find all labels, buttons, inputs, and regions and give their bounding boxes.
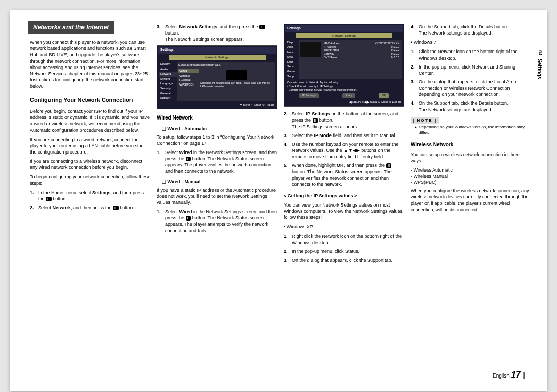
enter-icon: E (386, 163, 392, 168)
step-num: 2. (30, 204, 38, 211)
paragraph: If you are connecting to a wired network… (30, 137, 151, 155)
pipe-icon: | (523, 371, 525, 379)
step-text: Select Wired in the Network Settings scr… (165, 209, 277, 234)
enter-icon: E (113, 206, 119, 210)
paragraph: If you are connecting to a wireless netw… (30, 158, 151, 171)
step-4: 4.On the Support tab, click the Details … (411, 100, 531, 112)
paragraph: You can setup a wireless network connect… (411, 151, 531, 164)
step-3: 3.On the dialog that appears, click the … (284, 257, 404, 263)
paragraph: To begin configuring your network connec… (30, 174, 151, 186)
scr-error-msg: Cannot connect to Network. Try the follo… (285, 80, 403, 92)
step-num: 1. (157, 209, 165, 234)
step-text: Select Wired in the Network Settings scr… (165, 149, 277, 175)
note-box: | NOTE | Depending on your Windows versi… (411, 117, 531, 136)
page-number: 17 (511, 370, 521, 380)
step-5: 5. When done, highlight OK, and then pre… (284, 162, 404, 188)
globe-icon (300, 42, 321, 57)
column-1: Networks and the Internet When you conne… (30, 21, 151, 266)
paragraph: If you have a static IP address or the A… (157, 187, 277, 206)
subheading-wired: Wired Network (157, 114, 277, 122)
step-2: 2. Select Network, and then press the E … (30, 204, 151, 211)
scr-info: MAC AddressXX:XX:XX:XX:XX:XX IP Address0… (299, 40, 402, 79)
step-2: 2. Select IP Settings on the bottom of t… (284, 111, 404, 129)
settings-screenshot-1: Settings Network Settings Display Audio … (157, 45, 277, 109)
bullet-xp: Windows XP (284, 224, 404, 230)
opt-wireless-manual: Wireless Manual (411, 173, 531, 179)
scr-header: Network Settings (169, 55, 266, 60)
column-3: Settings Network Settings Disp Audi Netw… (284, 21, 404, 266)
step-text: Select Network, and then press the E but… (38, 204, 151, 211)
step-2: 2.In the pop-up menu, click Network and … (411, 64, 531, 76)
subheading-ip-values: < Getting the IP Settings values > (284, 193, 404, 199)
enter-icon: E (46, 197, 52, 201)
subheading-wired-manual: ❏ Wired - Manual (162, 179, 277, 185)
step-4: 4.On the Support tab, click the Details … (411, 24, 531, 36)
step-1: 1.Click the Network icon on the bottom r… (411, 48, 531, 61)
scr-bottom-hints: ▼ Move ↵ Enter ↺ Return (158, 102, 276, 108)
section-header: Networks and the Internet (28, 21, 114, 34)
subheading-wireless: Wireless Network (411, 141, 531, 148)
step-3: 3.On the dialog that appears, click the … (411, 79, 531, 97)
enter-icon: E (313, 118, 318, 123)
step-4: 4. Use the number keypad on your remote … (284, 141, 404, 160)
opt-wps-pbc: WPS(PBC) (411, 179, 531, 185)
scr-main: Select a network connection type. Wired … (177, 62, 275, 100)
scr-title: Settings (158, 47, 276, 54)
page-footer: English 17 | (493, 370, 526, 380)
step-1: 1. In the Home menu, select Settings, an… (30, 190, 151, 202)
enter-icon: E (259, 25, 265, 29)
scr-sidebar: Disp Audi Netw Syst Lang Secu Gener Supp (286, 40, 299, 79)
step-2: 2.In the pop-up menu, click Status. (284, 248, 404, 254)
step-text: In the Home menu, select Settings, and t… (38, 190, 151, 202)
column-2: 3. Select Network Settings, and then pre… (157, 21, 277, 266)
section-tab: Settings (537, 59, 543, 79)
step-1: 1.Right click the Network icon on the bo… (284, 233, 404, 246)
scr-title: Settings (285, 25, 403, 32)
step-num: 1. (157, 149, 165, 175)
step-3: 3. Select the IP Mode field, and then se… (284, 132, 404, 139)
scr-bottom-hints: ◀ Previous ◀▶ Move ↵ Enter ↺ Return (285, 99, 403, 105)
bullet-win7: Windows 7 (411, 39, 531, 45)
scr-header: Network Settings (296, 33, 392, 38)
router-icon (226, 70, 247, 80)
opt-wireless-auto: Wireless Automatic (411, 167, 531, 173)
enter-icon: E (186, 157, 191, 161)
step-text: Select Network Settings, and then press … (165, 24, 277, 42)
column-4: 4.On the Support tab, click the Details … (411, 21, 531, 266)
step-1: 1. Select Wired in the Network Settings … (157, 149, 277, 175)
intro-text: When you connect this player to a networ… (30, 39, 151, 89)
paragraph: To setup, follow steps 1 to 3 in "Config… (157, 134, 277, 146)
step-1: 1. Select Wired in the Network Settings … (157, 209, 277, 234)
paragraph: When you configure the wireless network … (411, 188, 531, 213)
step-num: 1. (30, 190, 38, 202)
subheading-config: Configuring Your Network Connection (30, 96, 151, 104)
section-number: 04 (538, 50, 543, 55)
step-3: 3. Select Network Settings, and then pre… (157, 24, 277, 42)
step-num: 3. (157, 24, 165, 42)
subheading-wired-auto: ❏ Wired - Automatic (162, 126, 277, 132)
settings-screenshot-2: Settings Network Settings Disp Audi Netw… (284, 24, 404, 107)
enter-icon: E (186, 216, 191, 220)
note-text: Depending on your Windows version, the i… (411, 124, 531, 136)
paragraph: Before you begin, contact your ISP to fi… (30, 108, 151, 133)
scr-buttons: IP Settings Retry OK (285, 92, 403, 99)
paragraph: You can view your Network Settings value… (284, 202, 404, 220)
scr-sidebar: Display Audio Network System Language Se… (159, 62, 177, 100)
footer-lang: English (493, 373, 510, 379)
note-label: | NOTE | (411, 117, 439, 124)
